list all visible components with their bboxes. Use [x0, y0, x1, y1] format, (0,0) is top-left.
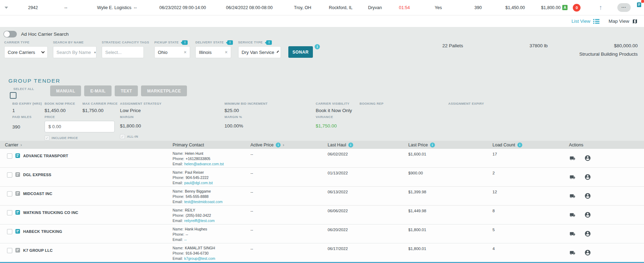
assign-load-truck-icon[interactable]: [569, 250, 576, 256]
last-haul-date: 01/13/2022: [323, 168, 403, 186]
clear-x-icon[interactable]: ×: [184, 49, 187, 55]
shipment-weight: 37800 lb: [529, 43, 548, 48]
table-row: WATKINS TRUCKING CO INC Name:REILY Phone…: [0, 206, 644, 224]
email-button[interactable]: E-MAIL: [84, 85, 112, 96]
contact-email-label: Email:: [173, 181, 183, 185]
carrier-type-select[interactable]: Core Carriers: [4, 46, 48, 58]
carrier-type-field: CARRIER TYPE Core Carriers: [4, 40, 48, 58]
text-button[interactable]: TEXT: [115, 85, 138, 96]
sonar-button[interactable]: SONAR: [288, 46, 313, 58]
carrier-profile-person-icon[interactable]: [584, 212, 591, 218]
shipment-summary: 22 Pallets 37800 lb $80,000.00 Structura…: [442, 40, 644, 57]
header-carrier[interactable]: Carrier›: [0, 142, 168, 147]
contact-email-link[interactable]: helen@advance.com.tst: [184, 162, 224, 166]
contact-email-link[interactable]: reilyreiff@test.com: [184, 219, 215, 223]
load-expand-caret-icon[interactable]: [0, 7, 13, 9]
row-checkbox[interactable]: [7, 153, 12, 159]
assignment-expiry-field: ASSIGNMENT EXPIRY: [448, 102, 484, 108]
price-input[interactable]: [45, 121, 115, 132]
assignment-strategy-field: ASSIGNMENT STRATEGY Low Price: [120, 102, 161, 113]
carrier-profile-person-icon[interactable]: [584, 230, 591, 237]
contact-email-link[interactable]: --: [184, 237, 187, 242]
contact-email-link[interactable]: test@testmidcoast.com: [184, 200, 222, 204]
marketplace-button[interactable]: MARKETPLACE: [141, 85, 187, 96]
select-all-checkbox[interactable]: [10, 92, 16, 99]
map-view-toggle[interactable]: Map View: [609, 19, 638, 24]
row-checkbox[interactable]: [7, 248, 12, 253]
table-row: MIDCOAST INC Name:Benny Biggame Phone:54…: [0, 187, 644, 206]
service-type-select[interactable]: Dry Van Service: [238, 46, 281, 58]
max-carrier-price-field: MAX CARRIER PRICE $1,750.00: [82, 102, 118, 113]
clear-x-icon[interactable]: ×: [225, 49, 228, 55]
dropdown-triangle-icon: ▾: [94, 50, 96, 54]
info-icon[interactable]: i: [517, 143, 522, 147]
contact-phone-label: Phone:: [173, 157, 184, 161]
last-price-value: $900.00: [403, 168, 488, 186]
capacity-tags-input[interactable]: Select...: [102, 46, 144, 58]
assign-load-truck-icon[interactable]: [569, 231, 576, 237]
delivery-state-input[interactable]: Illinois×: [195, 46, 231, 58]
sort-arrow-icon[interactable]: ›: [20, 142, 22, 147]
load-number[interactable]: 2942: [13, 5, 49, 10]
row-checkbox[interactable]: [7, 172, 12, 178]
assign-load-truck-icon[interactable]: [569, 212, 576, 218]
row-checkbox[interactable]: [7, 229, 12, 234]
info-icon[interactable]: i: [430, 143, 435, 147]
row-checkbox[interactable]: [7, 210, 12, 215]
contact-name: Benny Biggame: [185, 189, 211, 193]
carrier-name[interactable]: DGL EXPRESS: [23, 172, 51, 177]
list-view-toggle[interactable]: List View: [571, 19, 599, 24]
adhoc-search-row: Ad Hoc Carrier Search: [0, 27, 644, 37]
assign-load-truck-icon[interactable]: [569, 193, 576, 199]
service-type-field: SERVICE TYPE! Dry Van Service: [238, 40, 281, 58]
contact-phone: 545-555-8888: [186, 194, 208, 199]
bid-count-badge[interactable]: 0: [573, 4, 581, 12]
carrier-name[interactable]: K7 GROUP LLC: [23, 248, 53, 252]
carrier-name[interactable]: WATKINS TRUCKING CO INC: [23, 210, 78, 215]
bid-expiry-field: BID EXPIRY (HRS) 1: [12, 102, 42, 113]
contact-phone-label: Phone:: [173, 175, 184, 180]
pickup-state-input[interactable]: Ohio×: [154, 46, 190, 58]
delivery-window: 06/24/2022 08:00-08:00: [215, 5, 284, 10]
info-icon[interactable]: i: [276, 143, 281, 147]
adhoc-search-toggle[interactable]: [4, 31, 17, 37]
destination-city: Rockford, IL: [321, 5, 360, 10]
shipment-value: $80,000.00: [614, 43, 638, 48]
map-icon: [632, 19, 638, 24]
contact-name-label: Name:: [173, 208, 183, 212]
carrier-profile-person-icon[interactable]: [584, 174, 591, 180]
assign-load-truck-icon[interactable]: [569, 155, 576, 161]
carrier-name[interactable]: ADVANCE TRANSPORT: [23, 153, 68, 158]
collapse-up-arrow-icon[interactable]: ↑: [599, 4, 603, 11]
search-by-name-label: SEARCH BY NAME: [53, 41, 83, 44]
sort-arrow-icon[interactable]: ›: [283, 142, 284, 147]
all-in-checkbox[interactable]: ✓: [120, 134, 125, 139]
info-icon[interactable]: i: [348, 143, 353, 147]
carrier-profile-person-icon[interactable]: [584, 155, 591, 161]
auto-badge: A: [562, 5, 568, 10]
header-active-price[interactable]: Active Pricei›: [246, 142, 323, 147]
pickup-state-field: PICKUP STATE! Ohio×: [154, 40, 190, 58]
contact-name: Hank Hughes: [185, 227, 207, 231]
include-price-checkbox[interactable]: ✓: [45, 136, 49, 140]
contact-phone-label: Phone:: [173, 213, 184, 217]
carrier-profile-person-icon[interactable]: [584, 193, 591, 199]
contact-phone-label: Phone:: [173, 251, 184, 255]
carrier-tier-icon: [15, 153, 20, 158]
sonar-info-icon[interactable]: i: [315, 44, 320, 49]
header-last-price: Last Pricei: [403, 143, 488, 147]
contact-email-link[interactable]: paul@dgl.com.tst: [184, 181, 213, 185]
more-actions-button[interactable]: ...: [617, 3, 631, 12]
row-checkbox[interactable]: [7, 191, 12, 196]
carrier-tier-icon: [15, 172, 20, 177]
carrier-name[interactable]: MIDCOAST INC: [23, 191, 52, 196]
search-by-name-input[interactable]: Search By Name▾: [53, 46, 96, 58]
manual-button[interactable]: MANUAL: [50, 85, 81, 96]
contact-name-label: Name:: [173, 170, 183, 174]
carrier-profile-person-icon[interactable]: [584, 249, 591, 256]
contact-phone: 904-545-2222: [186, 175, 208, 180]
assign-load-truck-icon[interactable]: [569, 174, 576, 180]
carrier-name[interactable]: HABECK TRUCKING: [23, 229, 62, 234]
contact-email-link[interactable]: k7group@test.com: [184, 256, 215, 261]
variance-field: VARIANCE $1,750.00: [316, 115, 337, 129]
